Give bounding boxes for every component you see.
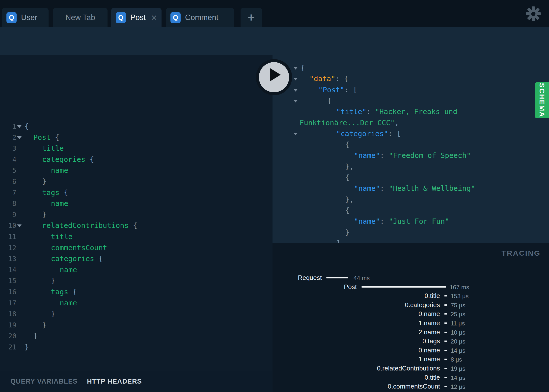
- http-headers-tab[interactable]: HTTP HEADERS: [87, 378, 142, 385]
- settings-gear-icon[interactable]: [525, 6, 541, 22]
- tracing-duration-dash: [444, 341, 447, 342]
- response-line: "categories": [: [273, 128, 549, 139]
- tracing-field-label: Request: [298, 274, 322, 282]
- code-token: {: [25, 122, 29, 130]
- tracing-row: 0.commentsCount12 μs: [273, 382, 549, 390]
- tracing-row: 0.tags20 μs: [273, 337, 549, 345]
- execute-query-button[interactable]: [256, 59, 292, 95]
- tracing-row: 0.relatedContributions19 μs: [273, 364, 549, 372]
- response-line: ]: [273, 238, 549, 243]
- line-number: 18: [0, 308, 16, 319]
- fold-arrow-icon[interactable]: [17, 224, 22, 227]
- query-editor[interactable]: 1{2Post {3title4categories {5name6}7tags…: [0, 55, 273, 371]
- code-token: name: [51, 166, 68, 174]
- editor-footer: QUERY VARIABLES HTTP HEADERS: [0, 371, 273, 392]
- schema-side-tab[interactable]: SCHEMA: [535, 82, 549, 118]
- code-text: tags {: [42, 187, 68, 198]
- code-token: name: [51, 199, 68, 208]
- editor-line: 9}: [0, 209, 273, 220]
- response-line: {: [273, 205, 549, 216]
- fold-arrow-icon[interactable]: [293, 67, 298, 70]
- tracing-row: 0.categories75 μs: [273, 301, 549, 309]
- code-text: name: [51, 165, 68, 176]
- tracing-field-label: 0.relatedContributions: [377, 364, 440, 372]
- editor-line: 5name: [0, 165, 273, 176]
- code-token: : [: [344, 86, 357, 94]
- code-token: }: [51, 310, 55, 318]
- close-tab-icon[interactable]: ×: [151, 13, 157, 23]
- code-text: }: [42, 319, 46, 331]
- tracing-field-label: 0.name: [418, 346, 440, 354]
- code-token: :: [380, 151, 389, 160]
- fold-arrow-icon[interactable]: [293, 89, 298, 92]
- response-line: "Post": [: [273, 84, 549, 96]
- code-token: "Health & Wellbeing": [389, 184, 475, 193]
- editor-line: 7tags {: [0, 187, 273, 198]
- tracing-title: TRACING: [501, 249, 541, 257]
- new-tab-button[interactable]: +: [241, 8, 262, 27]
- code-token: {: [327, 97, 331, 105]
- response-line: },: [273, 194, 549, 205]
- code-text: "name": "Health & Wellbeing": [354, 183, 475, 194]
- tracing-row: 0.name25 μs: [273, 310, 549, 318]
- tab-comment[interactable]: QComment: [166, 8, 234, 27]
- tracing-time-value: 19 μs: [451, 365, 465, 373]
- code-text: name: [60, 264, 77, 275]
- tracing-time-value: 8 μs: [451, 356, 462, 364]
- line-number: 20: [0, 330, 16, 342]
- fold-arrow-icon[interactable]: [293, 133, 298, 135]
- code-text: {: [345, 139, 349, 150]
- code-text: commentsCount: [51, 242, 107, 253]
- code-token: Funktionäre...Der CCC": [300, 119, 395, 127]
- editor-line: 11title: [0, 231, 273, 242]
- code-text: {: [25, 121, 29, 132]
- code-token: }: [345, 228, 349, 237]
- code-token: },: [345, 195, 354, 204]
- code-token: {: [345, 140, 349, 149]
- editor-line: 10relatedContributions {: [0, 220, 273, 231]
- tracing-field-label: 0.title: [425, 292, 440, 300]
- fold-arrow-icon[interactable]: [17, 125, 22, 128]
- code-token: }: [42, 210, 46, 219]
- line-number: 12: [0, 242, 16, 253]
- query-variables-tab[interactable]: QUERY VARIABLES: [10, 378, 78, 385]
- code-token: }: [42, 177, 46, 186]
- tracing-duration-bar: [361, 286, 446, 288]
- response-line: "name": "Just For Fun": [273, 216, 549, 227]
- fold-arrow-icon[interactable]: [17, 136, 22, 139]
- line-number: 10: [0, 220, 16, 231]
- tracing-row: Request44 ms: [273, 274, 549, 282]
- code-token: name: [60, 266, 77, 274]
- line-number: 6: [0, 176, 16, 187]
- code-text: "name": "Just For Fun": [354, 216, 449, 227]
- code-text: categories {: [42, 154, 94, 165]
- line-number: 13: [0, 253, 16, 264]
- query-badge-icon: Q: [116, 12, 126, 23]
- code-text: }: [42, 209, 46, 220]
- code-text: tags {: [51, 286, 77, 297]
- editor-line: 14name: [0, 264, 273, 275]
- fold-arrow-icon[interactable]: [293, 78, 298, 80]
- tracing-field-label: 1.name: [418, 355, 440, 363]
- line-number: 3: [0, 143, 16, 154]
- line-number: 19: [0, 319, 16, 331]
- tracing-time-value: 167 ms: [450, 283, 469, 291]
- schema-tab-label: SCHEMA: [538, 83, 546, 117]
- code-token: :: [366, 107, 375, 116]
- code-text: name: [51, 198, 68, 209]
- code-token: categories: [51, 254, 99, 263]
- fold-arrow-icon[interactable]: [293, 100, 298, 102]
- tab-new-tab[interactable]: New Tab: [53, 8, 108, 27]
- code-text: title: [51, 231, 73, 242]
- response-line: }: [273, 227, 549, 238]
- tab-user[interactable]: QUser: [2, 8, 49, 27]
- response-viewer: {"data": {"Post": [{"title": "Hacker, Fr…: [273, 55, 549, 243]
- editor-line: 20}: [0, 330, 273, 342]
- editor-line: 15}: [0, 275, 273, 286]
- tab-post[interactable]: QPost×: [111, 8, 162, 27]
- code-token: ,: [395, 119, 399, 127]
- code-token: tags: [42, 188, 64, 197]
- line-number: 16: [0, 286, 16, 297]
- code-token: "title": [336, 107, 366, 116]
- line-number: 15: [0, 275, 16, 286]
